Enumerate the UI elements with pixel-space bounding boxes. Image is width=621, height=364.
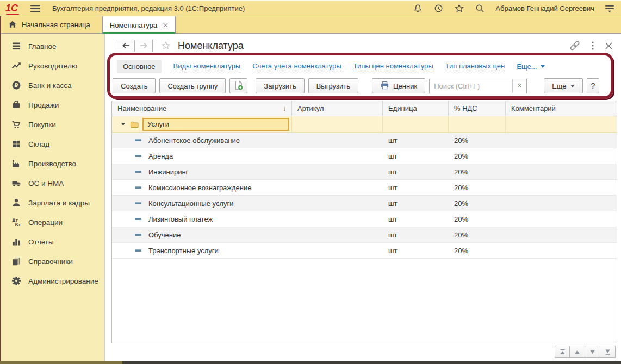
table-row-1[interactable]: Арендашт20% bbox=[112, 148, 617, 164]
item-unit-cell[interactable]: шт bbox=[383, 148, 449, 164]
item-article-cell[interactable] bbox=[292, 180, 383, 195]
sidebar-item-2[interactable]: ₽Банк и касса bbox=[0, 76, 104, 95]
item-comment-cell[interactable] bbox=[506, 133, 617, 148]
column-header-1[interactable]: Артикул bbox=[292, 101, 383, 116]
clear-search-button[interactable]: × bbox=[512, 79, 526, 93]
item-comment-cell[interactable] bbox=[506, 243, 617, 258]
create-group-button[interactable]: Создать группу bbox=[159, 78, 226, 93]
item-vat-cell[interactable]: 20% bbox=[449, 133, 506, 148]
table-row-5[interactable]: Лизинговый платежшт20% bbox=[112, 211, 617, 227]
sidebar-item-1[interactable]: Руководителю bbox=[0, 56, 104, 76]
tab-close-icon[interactable] bbox=[163, 23, 168, 28]
item-vat-cell[interactable]: 20% bbox=[449, 196, 506, 211]
tab-nomenclature[interactable]: Номенклатура bbox=[102, 16, 176, 34]
item-comment-cell[interactable] bbox=[506, 227, 617, 242]
item-comment-cell[interactable] bbox=[506, 164, 617, 179]
close-form-icon[interactable] bbox=[605, 42, 612, 49]
load-button[interactable]: Загрузить bbox=[256, 78, 304, 93]
item-unit-cell[interactable]: шт bbox=[383, 227, 449, 242]
nav-more-menu[interactable]: Еще... bbox=[517, 62, 544, 71]
copy-item-button[interactable] bbox=[229, 78, 247, 93]
sidebar-item-3[interactable]: Продажи bbox=[0, 95, 104, 115]
item-vat-cell[interactable]: 20% bbox=[449, 227, 506, 242]
group-row[interactable]: Услуги bbox=[112, 116, 617, 133]
notifications-bell-icon[interactable] bbox=[413, 3, 423, 14]
back-button[interactable] bbox=[117, 40, 135, 52]
item-article-cell[interactable] bbox=[292, 133, 383, 148]
item-vat-cell[interactable]: 20% bbox=[449, 148, 506, 164]
column-header-0[interactable]: Наименование↓ bbox=[112, 101, 292, 116]
item-name-cell[interactable]: Обучение bbox=[112, 227, 292, 242]
item-name-cell[interactable]: Абонентское обслуживание bbox=[112, 133, 292, 148]
column-header-3[interactable]: % НДС bbox=[449, 101, 506, 116]
column-header-2[interactable]: Единица bbox=[383, 101, 449, 116]
sidebar-item-6[interactable]: Производство bbox=[0, 154, 104, 173]
item-unit-cell[interactable]: шт bbox=[383, 133, 449, 148]
go-first-button[interactable] bbox=[555, 346, 570, 358]
selected-cell[interactable]: Услуги bbox=[142, 118, 289, 131]
create-button[interactable]: Создать bbox=[113, 78, 156, 93]
nav-link-1[interactable]: Счета учета номенклатуры bbox=[252, 62, 341, 71]
more-button[interactable]: Еще bbox=[544, 78, 582, 93]
unload-button[interactable]: Выгрузить bbox=[308, 78, 358, 93]
link-icon[interactable] bbox=[569, 40, 580, 51]
sidebar-item-9[interactable]: ДтКтОперации bbox=[0, 212, 104, 232]
search-input[interactable] bbox=[430, 79, 512, 93]
group-cell-vat[interactable] bbox=[449, 116, 506, 132]
item-unit-cell[interactable]: шт bbox=[383, 164, 449, 179]
item-name-cell[interactable]: Лизинговый платеж bbox=[112, 211, 292, 227]
item-vat-cell[interactable]: 20% bbox=[449, 180, 506, 195]
sidebar-item-12[interactable]: Администрирование bbox=[0, 271, 104, 291]
nav-link-0[interactable]: Виды номенклатуры bbox=[173, 62, 241, 71]
favorites-star-icon[interactable] bbox=[454, 3, 464, 14]
group-cell-comment[interactable] bbox=[506, 116, 617, 132]
item-name-cell[interactable]: Консультационные услуги bbox=[112, 196, 292, 211]
item-article-cell[interactable] bbox=[292, 196, 383, 211]
item-article-cell[interactable] bbox=[292, 148, 383, 164]
group-cell-unit[interactable] bbox=[383, 116, 449, 132]
nav-link-3[interactable]: Тип плановых цен bbox=[445, 62, 505, 71]
table-row-2[interactable]: Инжинирингшт20% bbox=[112, 164, 617, 180]
sidebar-item-8[interactable]: Зарплата и кадры bbox=[0, 193, 104, 212]
history-icon[interactable] bbox=[433, 3, 444, 14]
hamburger-menu-icon[interactable] bbox=[30, 5, 40, 12]
user-name[interactable]: Абрамов Геннадий Сергеевич bbox=[495, 4, 594, 12]
expand-triangle-icon[interactable] bbox=[121, 122, 126, 127]
item-name-cell[interactable]: Инжиниринг bbox=[112, 164, 292, 179]
table-row-0[interactable]: Абонентское обслуживаниешт20% bbox=[112, 133, 617, 148]
sidebar-item-10[interactable]: Отчеты bbox=[0, 232, 104, 252]
sidebar-item-0[interactable]: Главное bbox=[0, 36, 104, 56]
item-article-cell[interactable] bbox=[292, 211, 383, 227]
tab-home-page[interactable]: Начальная страница bbox=[0, 16, 102, 33]
item-comment-cell[interactable] bbox=[506, 211, 617, 227]
sidebar-item-11[interactable]: Справочники bbox=[0, 252, 104, 271]
service-menu-icon[interactable] bbox=[605, 4, 614, 13]
item-comment-cell[interactable] bbox=[506, 148, 617, 164]
forward-button[interactable] bbox=[135, 40, 153, 52]
item-vat-cell[interactable]: 20% bbox=[449, 243, 506, 258]
sidebar-item-7[interactable]: ОС и НМА bbox=[0, 173, 104, 193]
item-unit-cell[interactable]: шт bbox=[383, 243, 449, 258]
sidebar-item-5[interactable]: Склад bbox=[0, 134, 104, 154]
item-comment-cell[interactable] bbox=[506, 196, 617, 211]
item-vat-cell[interactable]: 20% bbox=[449, 164, 506, 179]
nav-link-2[interactable]: Типы цен номенклатуры bbox=[353, 62, 433, 71]
table-row-6[interactable]: Обучениешт20% bbox=[112, 227, 617, 243]
item-article-cell[interactable] bbox=[292, 164, 383, 179]
go-up-button[interactable] bbox=[570, 346, 585, 358]
item-unit-cell[interactable]: шт bbox=[383, 211, 449, 227]
kebab-menu-icon[interactable] bbox=[592, 41, 594, 50]
table-row-3[interactable]: Комиссионное вознаграждениешт20% bbox=[112, 180, 617, 196]
help-button[interactable]: ? bbox=[587, 78, 599, 93]
go-down-button[interactable] bbox=[585, 346, 600, 358]
item-vat-cell[interactable]: 20% bbox=[449, 211, 506, 227]
item-name-cell[interactable]: Комиссионное вознаграждение bbox=[112, 180, 292, 195]
price-tag-button[interactable]: Ценник bbox=[372, 78, 425, 93]
1c-logo-icon[interactable]: 1С bbox=[5, 3, 24, 14]
go-last-button[interactable] bbox=[600, 346, 616, 358]
column-header-4[interactable]: Комментарий bbox=[506, 101, 617, 116]
item-article-cell[interactable] bbox=[292, 243, 383, 258]
item-comment-cell[interactable] bbox=[506, 180, 617, 195]
group-name-cell[interactable]: Услуги bbox=[112, 116, 292, 132]
favorite-star-icon[interactable] bbox=[161, 41, 171, 51]
